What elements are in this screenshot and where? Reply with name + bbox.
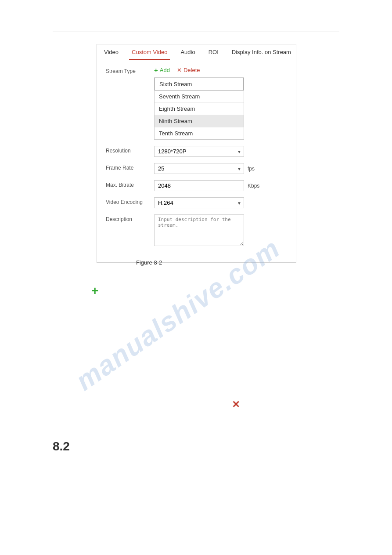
max-bitrate-row: Max. Bitrate Kbps [106, 180, 287, 191]
frame-rate-row: Frame Rate 25 30 15 10 5 ▼ fps [106, 163, 287, 174]
video-encoding-select-wrapper: H.264 H.265 MJPEG ▼ [154, 197, 244, 208]
x-delete-icon: ✕ [177, 67, 182, 73]
max-bitrate-label: Max. Bitrate [106, 180, 154, 188]
top-divider [53, 32, 339, 32]
frame-rate-control: 25 30 15 10 5 ▼ fps [154, 163, 287, 174]
description-control [154, 214, 287, 247]
tab-audio[interactable]: Audio [178, 44, 198, 60]
tab-video[interactable]: Video [101, 44, 121, 60]
description-textarea[interactable] [154, 214, 244, 246]
stream-item-sixth[interactable]: Sixth Stream [155, 78, 244, 91]
delete-button[interactable]: ✕ Delete [177, 67, 200, 73]
delete-label: Delete [183, 67, 200, 73]
stream-type-control: + Add ✕ Delete Sixth Stream Seventh Stre… [154, 66, 287, 140]
frame-rate-label: Frame Rate [106, 163, 154, 171]
resolution-row: Resolution 1280*720P 1920*1080P 640*480P… [106, 146, 287, 157]
max-bitrate-input[interactable] [154, 180, 244, 191]
frame-rate-select[interactable]: 25 30 15 10 5 [154, 163, 244, 174]
resolution-select-wrapper: 1280*720P 1920*1080P 640*480P 320*240P ▼ [154, 146, 244, 157]
add-button[interactable]: + Add [154, 66, 170, 74]
video-encoding-row: Video Encoding H.264 H.265 MJPEG ▼ [106, 197, 287, 208]
figure-caption: Figure 8-2 [136, 259, 162, 266]
stream-list: Sixth Stream Seventh Stream Eighth Strea… [154, 77, 244, 140]
description-label: Description [106, 214, 154, 222]
stream-item-seventh[interactable]: Seventh Stream [155, 91, 244, 103]
tab-roi[interactable]: ROI [206, 44, 221, 60]
resolution-select[interactable]: 1280*720P 1920*1080P 640*480P 320*240P [154, 146, 244, 157]
plus-icon: + [154, 66, 158, 74]
floating-plus-icon: + [91, 285, 98, 297]
tab-bar: Video Custom Video Audio ROI Display Inf… [97, 44, 296, 60]
fps-row: 25 30 15 10 5 ▼ fps [154, 163, 287, 174]
stream-item-ninth[interactable]: Ninth Stream [155, 115, 244, 127]
video-encoding-control: H.264 H.265 MJPEG ▼ [154, 197, 287, 208]
kbps-row: Kbps [154, 180, 287, 191]
tab-display-info[interactable]: Display Info. on Stream [229, 44, 294, 60]
panel-body: Stream Type + Add ✕ Delete Sixth Stream … [97, 60, 296, 262]
max-bitrate-control: Kbps [154, 180, 287, 191]
stream-item-tenth[interactable]: Tenth Stream [155, 127, 244, 139]
frame-rate-select-wrapper: 25 30 15 10 5 ▼ [154, 163, 244, 174]
stream-type-header: + Add ✕ Delete [154, 66, 287, 74]
fps-unit: fps [248, 166, 255, 172]
resolution-label: Resolution [106, 146, 154, 154]
stream-type-label: Stream Type [106, 66, 154, 74]
section-number: 8.2 [53, 439, 70, 453]
floating-x-icon: ✕ [232, 399, 240, 410]
kbps-unit: Kbps [248, 183, 259, 189]
video-encoding-label: Video Encoding [106, 197, 154, 205]
tab-custom-video[interactable]: Custom Video [129, 44, 170, 60]
resolution-control: 1280*720P 1920*1080P 640*480P 320*240P ▼ [154, 146, 287, 157]
description-row: Description [106, 214, 287, 247]
stream-type-row: Stream Type + Add ✕ Delete Sixth Stream … [106, 66, 287, 140]
stream-item-eighth[interactable]: Eighth Stream [155, 103, 244, 115]
video-encoding-select[interactable]: H.264 H.265 MJPEG [154, 197, 244, 208]
add-label: Add [160, 67, 170, 73]
ui-panel: Video Custom Video Audio ROI Display Inf… [97, 44, 296, 263]
